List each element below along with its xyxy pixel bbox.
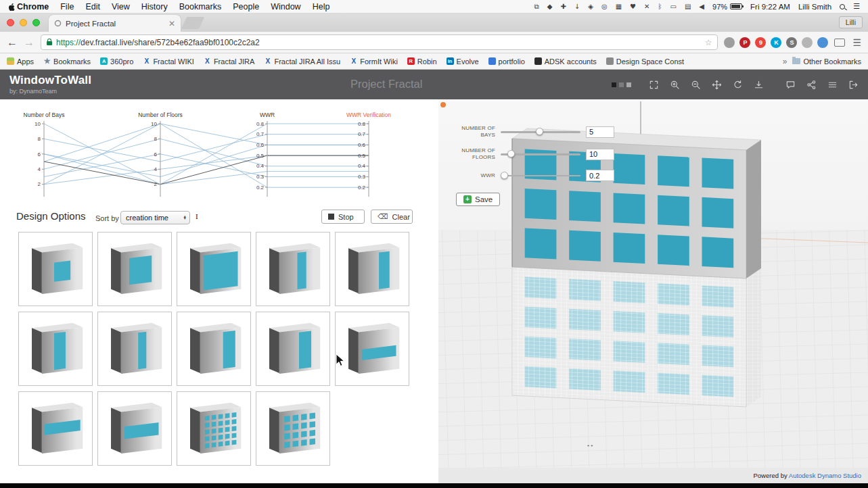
rotate-icon[interactable] — [733, 80, 743, 90]
browser-tab[interactable]: Project Fractal ✕ — [49, 15, 181, 32]
bookmark-apps[interactable]: Apps — [7, 57, 34, 66]
badge-icon[interactable]: ◈ — [588, 3, 593, 10]
list-icon[interactable] — [827, 80, 838, 90]
bookmark-formit-wiki[interactable]: XFormIt Wiki — [350, 57, 398, 66]
download-icon[interactable] — [754, 80, 764, 90]
design-option-4[interactable] — [256, 232, 330, 306]
menu-help[interactable]: Help — [313, 2, 330, 11]
slider-handle[interactable] — [507, 150, 515, 157]
cast-icon[interactable] — [834, 39, 845, 47]
display2-icon[interactable]: ▭ — [670, 3, 676, 10]
forward-button[interactable]: → — [24, 37, 35, 48]
notification-center-icon[interactable]: ☰ — [853, 2, 860, 11]
sort-select[interactable]: creation time ▲▼ — [120, 211, 190, 224]
browser-profile-chip[interactable]: Lilli — [839, 16, 863, 28]
plus-icon[interactable]: ✚ — [560, 3, 566, 10]
bookmark-fractal-jira-all-issu[interactable]: XFractal JIRA All Issu — [264, 57, 340, 66]
extension-icon-2[interactable]: P — [739, 37, 750, 48]
menu-history[interactable]: History — [141, 2, 168, 11]
menu-file[interactable]: File — [60, 2, 74, 11]
share-icon[interactable] — [806, 80, 817, 90]
menu-people[interactable]: People — [233, 2, 259, 11]
save-button[interactable]: + Save — [456, 193, 500, 206]
address-bar[interactable]: https://dev.fractal.live/share/572b4e62f… — [41, 34, 718, 50]
menu-window[interactable]: Window — [271, 2, 300, 11]
slider-handle[interactable] — [536, 128, 543, 135]
bookmarks-overflow-icon[interactable]: » — [783, 57, 787, 66]
minimize-window-button[interactable] — [20, 19, 27, 26]
design-option-8[interactable] — [177, 312, 251, 386]
menu-chrome[interactable]: Chrome — [17, 2, 49, 11]
menu-view[interactable]: View — [112, 2, 130, 11]
other-bookmarks[interactable]: Other Bookmarks — [792, 57, 861, 66]
design-option-6[interactable] — [18, 312, 93, 386]
chat-icon[interactable] — [785, 80, 796, 90]
maximize-window-button[interactable] — [32, 19, 40, 26]
extension-icon-3[interactable]: 9 — [755, 37, 766, 48]
slider-number-of-floors[interactable] — [501, 150, 580, 158]
design-option-1[interactable] — [18, 232, 93, 306]
bookmark-evolve[interactable]: inEvolve — [447, 57, 479, 66]
design-option-13[interactable] — [177, 391, 251, 466]
clear-button[interactable]: ⌫ Clear — [371, 210, 413, 224]
close-icon[interactable]: ✕ — [644, 3, 649, 10]
bookmark-360pro[interactable]: A360pro — [100, 57, 133, 66]
extension-icon-4[interactable]: K — [771, 37, 781, 48]
bookmark-bookmarks[interactable]: ★Bookmarks — [43, 57, 91, 66]
bookmark-robin[interactable]: RRobin — [407, 57, 437, 66]
stop-button[interactable]: Stop — [321, 210, 365, 224]
download-icon[interactable]: ↓ — [574, 3, 580, 10]
target-icon[interactable]: ◎ — [601, 3, 608, 10]
extension-icon-5[interactable]: S — [786, 37, 797, 48]
dynamo-studio-link[interactable]: Autodesk Dynamo Studio — [789, 472, 861, 479]
close-window-button[interactable] — [7, 19, 14, 26]
back-button[interactable]: ← — [7, 37, 18, 48]
bookmark-fractal-jira[interactable]: XFractal JIRA — [204, 57, 255, 66]
extension-icon-6[interactable] — [802, 37, 813, 48]
parallel-coordinates-chart[interactable]: Number of Bays246810Number of Floors2468… — [7, 109, 413, 210]
bookmark-design-space-const[interactable]: Design Space Const — [606, 57, 684, 66]
menu-user[interactable]: Lilli Smith — [798, 3, 831, 11]
design-option-7[interactable] — [97, 312, 172, 386]
bookmark-portfolio[interactable]: portfolio — [488, 57, 525, 66]
view-carousel-dots[interactable] — [612, 82, 631, 87]
slider-wwr[interactable] — [501, 172, 580, 180]
bookmark-adsk-accounts[interactable]: ADSK accounts — [534, 57, 597, 66]
apple-menu-icon[interactable] — [8, 2, 16, 11]
design-option-3[interactable] — [177, 232, 251, 306]
design-option-11[interactable] — [18, 391, 93, 466]
slider-number-of-bays[interactable] — [501, 128, 580, 136]
design-option-10[interactable] — [335, 312, 409, 386]
heart-icon[interactable]: ♥ — [630, 3, 636, 10]
design-option-2[interactable] — [97, 232, 172, 306]
expand-icon[interactable] — [649, 80, 659, 90]
bookmark-star-icon[interactable]: ☆ — [705, 38, 712, 47]
menu-clock[interactable]: Fri 9:22 AM — [750, 3, 790, 11]
design-option-9[interactable] — [256, 312, 330, 386]
exit-icon[interactable] — [848, 80, 859, 90]
zoom-out-icon[interactable] — [691, 80, 701, 90]
value-input-number-of-floors[interactable]: 10 — [586, 149, 614, 160]
pan-icon[interactable] — [712, 80, 722, 90]
new-tab-button[interactable] — [181, 17, 204, 29]
extension-icon-7[interactable] — [817, 37, 828, 48]
spotlight-icon[interactable] — [840, 4, 845, 9]
design-option-5[interactable] — [335, 232, 409, 306]
value-input-number-of-bays[interactable]: 5 — [586, 126, 614, 138]
bluetooth-icon[interactable]: ᛒ — [658, 3, 662, 10]
browser-menu-icon[interactable]: ☰ — [852, 37, 861, 48]
extension-icon-1[interactable] — [724, 37, 735, 48]
zoom-in-icon[interactable] — [670, 80, 680, 90]
volume-icon[interactable]: ◀ — [699, 3, 704, 10]
design-option-14[interactable] — [256, 391, 330, 466]
grid-icon[interactable]: ▦ — [616, 3, 622, 10]
bookmark-fractal-wiki[interactable]: XFractal WIKI — [143, 57, 194, 66]
menu-bookmarks[interactable]: Bookmarks — [179, 2, 222, 11]
battery-indicator[interactable]: 97% — [712, 3, 742, 11]
menu-edit[interactable]: Edit — [85, 2, 100, 11]
design-option-12[interactable] — [97, 391, 172, 466]
value-input-wwr[interactable]: 0.2 — [586, 170, 614, 181]
dropbox-icon[interactable]: ◆ — [547, 3, 553, 10]
slider-handle[interactable] — [501, 172, 508, 179]
display-icon[interactable]: ⧉ — [534, 3, 539, 11]
